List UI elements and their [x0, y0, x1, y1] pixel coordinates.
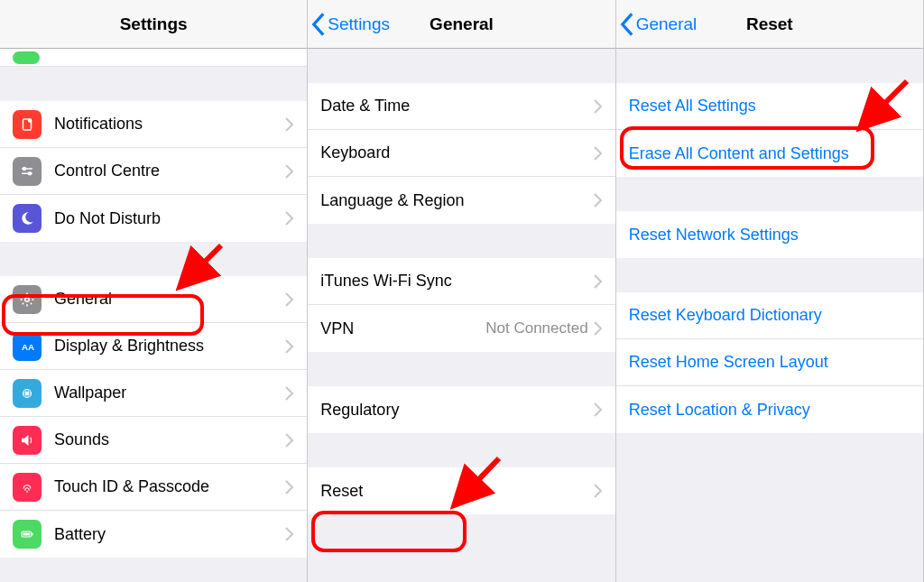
- row-label: Reset Home Screen Layout: [629, 353, 910, 372]
- row-detail: Not Connected: [485, 319, 587, 337]
- row-label: Erase All Content and Settings: [629, 144, 910, 163]
- row-label: Regulatory: [320, 401, 593, 420]
- settings-pane: Settings Notifications Control Centre: [0, 0, 308, 582]
- row-label: Do Not Disturb: [54, 209, 285, 228]
- chevron-right-icon: [285, 433, 294, 448]
- row-label: Reset All Settings: [629, 97, 910, 115]
- chevron-right-icon: [594, 402, 603, 417]
- row-notifications[interactable]: Notifications: [0, 101, 307, 148]
- row-erase-all[interactable]: Erase All Content and Settings: [616, 130, 923, 177]
- fingerprint-icon: [13, 473, 42, 502]
- row-battery[interactable]: Battery: [0, 511, 307, 558]
- navbar-reset: General Reset: [616, 0, 923, 49]
- battery-icon: [13, 520, 42, 549]
- chevron-right-icon: [594, 274, 603, 289]
- row-label: Battery: [54, 525, 285, 544]
- row-label: Sounds: [54, 430, 285, 449]
- chevron-right-icon: [285, 386, 294, 401]
- toggle-indicator-icon: [13, 51, 40, 64]
- row-language[interactable]: Language & Region: [308, 177, 614, 224]
- chevron-right-icon: [285, 164, 294, 179]
- row-reset[interactable]: Reset: [308, 467, 614, 514]
- row-reset-home[interactable]: Reset Home Screen Layout: [616, 339, 923, 386]
- row-dnd[interactable]: Do Not Disturb: [0, 195, 307, 242]
- svg-point-6: [25, 297, 30, 301]
- back-label: General: [636, 14, 698, 34]
- row-label: Keyboard: [320, 143, 593, 162]
- chevron-right-icon: [594, 146, 603, 161]
- row-label: Wallpaper: [54, 383, 285, 402]
- chevron-right-icon: [285, 292, 294, 307]
- row-touchid[interactable]: Touch ID & Passcode: [0, 464, 307, 511]
- chevron-right-icon: [594, 321, 603, 336]
- chevron-right-icon: [594, 484, 603, 498]
- row-wallpaper[interactable]: Wallpaper: [0, 370, 307, 417]
- svg-rect-5: [22, 168, 32, 170]
- chevron-right-icon: [285, 339, 294, 354]
- row-label: Touch ID & Passcode: [54, 477, 285, 496]
- navbar-settings: Settings: [0, 0, 307, 49]
- row-label: Reset Keyboard Dictionary: [629, 306, 910, 325]
- svg-rect-14: [23, 533, 31, 536]
- nav-title: Reset: [746, 14, 793, 34]
- row-itunes-wifi[interactable]: iTunes Wi-Fi Sync: [308, 258, 614, 305]
- display-icon: AA: [13, 332, 42, 361]
- moon-icon: [13, 204, 42, 233]
- back-button[interactable]: General: [620, 13, 698, 36]
- row-label: General: [54, 290, 285, 309]
- sounds-icon: [13, 426, 42, 455]
- row-regulatory[interactable]: Regulatory: [308, 386, 614, 433]
- row-general[interactable]: General: [0, 276, 307, 323]
- back-label: Settings: [328, 14, 390, 34]
- notifications-icon: [13, 110, 42, 139]
- general-pane: Settings General Date & Time Keyboard La…: [308, 0, 615, 582]
- row-label: Reset Network Settings: [629, 226, 910, 245]
- svg-point-4: [28, 171, 32, 176]
- row-label: Notifications: [54, 115, 285, 134]
- wallpaper-icon: [13, 379, 42, 408]
- gear-icon: [13, 285, 42, 314]
- row-display[interactable]: AA Display & Brightness: [0, 323, 307, 370]
- row-label: Display & Brightness: [54, 337, 285, 356]
- nav-title: Settings: [120, 14, 188, 34]
- row-label: Reset Location & Privacy: [629, 401, 910, 420]
- row-label: VPN: [320, 319, 485, 338]
- svg-point-9: [26, 392, 29, 394]
- nav-title: General: [430, 14, 494, 34]
- row-reset-all[interactable]: Reset All Settings: [616, 83, 923, 130]
- row-reset-keyboard-dict[interactable]: Reset Keyboard Dictionary: [616, 292, 923, 339]
- row-label: Language & Region: [320, 191, 593, 210]
- chevron-right-icon: [285, 117, 294, 132]
- row-label: iTunes Wi-Fi Sync: [320, 272, 593, 291]
- row-label: Reset: [320, 482, 593, 501]
- toggle-strip: [0, 49, 307, 67]
- row-label: Date & Time: [320, 97, 593, 115]
- row-sounds[interactable]: Sounds: [0, 417, 307, 464]
- row-date-time[interactable]: Date & Time: [308, 83, 614, 130]
- chevron-right-icon: [285, 527, 294, 541]
- svg-rect-13: [32, 533, 33, 536]
- control-centre-icon: [13, 157, 42, 186]
- row-keyboard[interactable]: Keyboard: [308, 130, 614, 177]
- chevron-right-icon: [285, 480, 294, 494]
- row-vpn[interactable]: VPN Not Connected: [308, 305, 614, 352]
- row-reset-location[interactable]: Reset Location & Privacy: [616, 386, 923, 433]
- svg-text:AA: AA: [22, 341, 34, 351]
- svg-point-1: [28, 118, 32, 123]
- chevron-right-icon: [285, 211, 294, 226]
- row-reset-network[interactable]: Reset Network Settings: [616, 211, 923, 258]
- row-label: Control Centre: [54, 162, 285, 180]
- row-control-centre[interactable]: Control Centre: [0, 148, 307, 195]
- reset-pane: General Reset Reset All Settings Erase A…: [616, 0, 924, 582]
- chevron-right-icon: [594, 193, 603, 208]
- navbar-general: Settings General: [308, 0, 614, 49]
- chevron-right-icon: [594, 99, 603, 114]
- back-button[interactable]: Settings: [311, 13, 390, 36]
